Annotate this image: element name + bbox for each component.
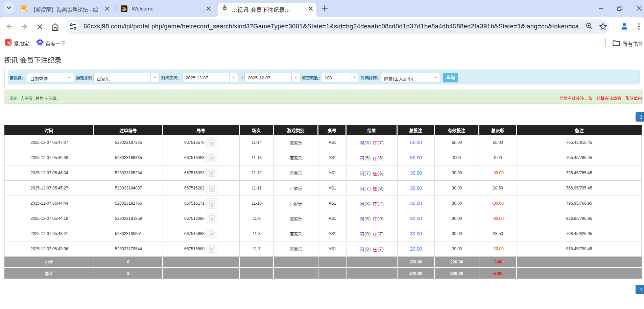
svg-text:du: du <box>39 43 41 46</box>
svg-text:淘: 淘 <box>6 41 10 45</box>
